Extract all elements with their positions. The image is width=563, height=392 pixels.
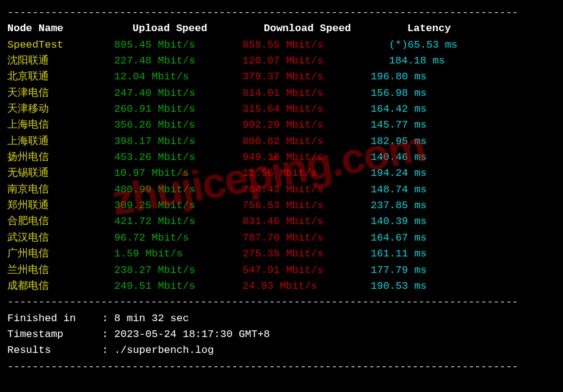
- header-upload: Upload Speed: [114, 21, 242, 37]
- row-download: 24.93 Mbit/s: [242, 278, 371, 294]
- row-node: 天津电信: [7, 85, 114, 101]
- row-latency: 164.67 ms: [371, 230, 556, 246]
- footer-results-value: ./superbench.log: [114, 343, 214, 358]
- table-row: 沈阳联通227.48 Mbit/s120.07 Mbit/s184.18 ms: [7, 53, 556, 69]
- table-row: 天津电信247.40 Mbit/s814.01 Mbit/s156.98 ms: [7, 85, 556, 101]
- row-download: 949.18 Mbit/s: [242, 150, 371, 165]
- row-node: 北京联通: [7, 69, 114, 85]
- row-download: 902.29 Mbit/s: [242, 117, 371, 133]
- row-latency: 177.79 ms: [371, 263, 556, 278]
- footer-timestamp-value: 2023-05-24 18:17:30 GMT+8: [114, 327, 270, 343]
- table-header: Node Name Upload Speed Download Speed La…: [7, 21, 556, 37]
- divider-mid: ----------------------------------------…: [7, 294, 556, 310]
- row-upload: 10.97 Mbit/s: [114, 165, 242, 181]
- table-row: 上海电信356.26 Mbit/s902.29 Mbit/s145.77 ms: [7, 117, 556, 133]
- table-row: 天津移动260.91 Mbit/s315.64 Mbit/s164.42 ms: [7, 101, 556, 117]
- row-latency: 161.11 ms: [371, 246, 556, 262]
- row-node: 兰州电信: [7, 263, 114, 278]
- row-node: 广州电信: [7, 246, 114, 262]
- footer-finished-label: Finished in: [7, 311, 102, 327]
- row-download: 275.35 Mbit/s: [242, 246, 371, 262]
- row-latency: 164.42 ms: [371, 101, 556, 117]
- row-upload: 1.59 Mbit/s: [114, 246, 242, 262]
- row-node: 郑州联通: [7, 198, 114, 214]
- row-latency: 140.46 ms: [371, 150, 556, 165]
- row-download: 831.46 Mbit/s: [242, 214, 371, 230]
- footer-sep: :: [102, 311, 114, 327]
- row-upload: 480.99 Mbit/s: [114, 182, 242, 198]
- row-download: 315.64 Mbit/s: [242, 101, 371, 117]
- row-upload: 96.72 Mbit/s: [114, 230, 242, 246]
- row-node: 成都电信: [7, 278, 114, 294]
- row-upload: 12.04 Mbit/s: [114, 69, 242, 85]
- footer-finished-value: 8 min 32 sec: [114, 311, 189, 327]
- row-latency: 140.39 ms: [371, 214, 556, 230]
- speedtest-download: 858.55 Mbit/s: [242, 37, 371, 53]
- row-node: 上海电信: [7, 117, 114, 133]
- row-latency: 156.98 ms: [371, 85, 556, 101]
- header-latency: Latency: [371, 21, 556, 37]
- row-download: 764.43 Mbit/s: [242, 182, 371, 198]
- table-row: 兰州电信238.27 Mbit/s547.91 Mbit/s177.79 ms: [7, 263, 556, 278]
- speedtest-row: SpeedTest 895.45 Mbit/s 858.55 Mbit/s (*…: [7, 37, 556, 53]
- row-latency: 184.18 ms: [371, 53, 556, 69]
- row-node: 沈阳联通: [7, 53, 114, 69]
- table-row: 扬州电信453.26 Mbit/s949.18 Mbit/s140.46 ms: [7, 150, 556, 165]
- row-download: 547.91 Mbit/s: [242, 263, 371, 278]
- footer-results: Results : ./superbench.log: [7, 343, 556, 358]
- footer-timestamp-label: Timestamp: [7, 327, 102, 343]
- row-download: 379.37 Mbit/s: [242, 69, 371, 85]
- table-row: 广州电信1.59 Mbit/s275.35 Mbit/s161.11 ms: [7, 246, 556, 262]
- table-row: 无锡联通10.97 Mbit/s11.56 Mbit/s194.24 ms: [7, 165, 556, 181]
- table-row: 郑州联通309.25 Mbit/s756.53 Mbit/s237.85 ms: [7, 198, 556, 214]
- footer-timestamp: Timestamp : 2023-05-24 18:17:30 GMT+8: [7, 327, 556, 343]
- row-upload: 249.51 Mbit/s: [114, 278, 242, 294]
- row-download: 800.82 Mbit/s: [242, 134, 371, 150]
- row-upload: 260.91 Mbit/s: [114, 101, 242, 117]
- row-latency: 194.24 ms: [371, 165, 556, 181]
- table-row: 南京电信480.99 Mbit/s764.43 Mbit/s148.74 ms: [7, 182, 556, 198]
- header-download: Download Speed: [242, 21, 371, 37]
- speedtest-upload: 895.45 Mbit/s: [114, 37, 242, 53]
- speedtest-node: SpeedTest: [7, 37, 114, 53]
- row-node: 无锡联通: [7, 165, 114, 181]
- row-download: 756.53 Mbit/s: [242, 198, 371, 214]
- table-row: 上海联通398.17 Mbit/s800.82 Mbit/s182.95 ms: [7, 134, 556, 150]
- row-download: 814.01 Mbit/s: [242, 85, 371, 101]
- row-latency: 190.53 ms: [371, 278, 556, 294]
- footer-sep: :: [102, 327, 114, 343]
- table-row: 武汉电信96.72 Mbit/s787.70 Mbit/s164.67 ms: [7, 230, 556, 246]
- row-upload: 356.26 Mbit/s: [114, 117, 242, 133]
- row-node: 天津移动: [7, 101, 114, 117]
- table-row: 成都电信249.51 Mbit/s24.93 Mbit/s190.53 ms: [7, 278, 556, 294]
- speedtest-latency: (*)65.53 ms: [371, 37, 556, 53]
- row-download: 120.07 Mbit/s: [242, 53, 371, 69]
- row-download: 11.56 Mbit/s: [242, 165, 371, 181]
- footer-finished: Finished in : 8 min 32 sec: [7, 311, 556, 327]
- row-upload: 247.40 Mbit/s: [114, 85, 242, 101]
- row-upload: 227.48 Mbit/s: [114, 53, 242, 69]
- row-download: 787.70 Mbit/s: [242, 230, 371, 246]
- row-latency: 148.74 ms: [371, 182, 556, 198]
- row-upload: 309.25 Mbit/s: [114, 198, 242, 214]
- row-upload: 238.27 Mbit/s: [114, 263, 242, 278]
- row-node: 武汉电信: [7, 230, 114, 246]
- row-node: 合肥电信: [7, 214, 114, 230]
- row-upload: 453.26 Mbit/s: [114, 150, 242, 165]
- row-latency: 182.95 ms: [371, 134, 556, 150]
- row-node: 上海联通: [7, 134, 114, 150]
- row-latency: 237.85 ms: [371, 198, 556, 214]
- table-row: 北京联通12.04 Mbit/s379.37 Mbit/s196.80 ms: [7, 69, 556, 85]
- row-latency: 145.77 ms: [371, 117, 556, 133]
- table-row: 合肥电信421.72 Mbit/s831.46 Mbit/s140.39 ms: [7, 214, 556, 230]
- row-upload: 398.17 Mbit/s: [114, 134, 242, 150]
- row-node: 南京电信: [7, 182, 114, 198]
- divider-top: ----------------------------------------…: [7, 5, 556, 21]
- footer-results-label: Results: [7, 343, 102, 358]
- header-node: Node Name: [7, 21, 114, 37]
- row-node: 扬州电信: [7, 150, 114, 165]
- row-upload: 421.72 Mbit/s: [114, 214, 242, 230]
- footer-sep: :: [102, 343, 114, 358]
- divider-bottom: ----------------------------------------…: [7, 359, 556, 375]
- row-latency: 196.80 ms: [371, 69, 556, 85]
